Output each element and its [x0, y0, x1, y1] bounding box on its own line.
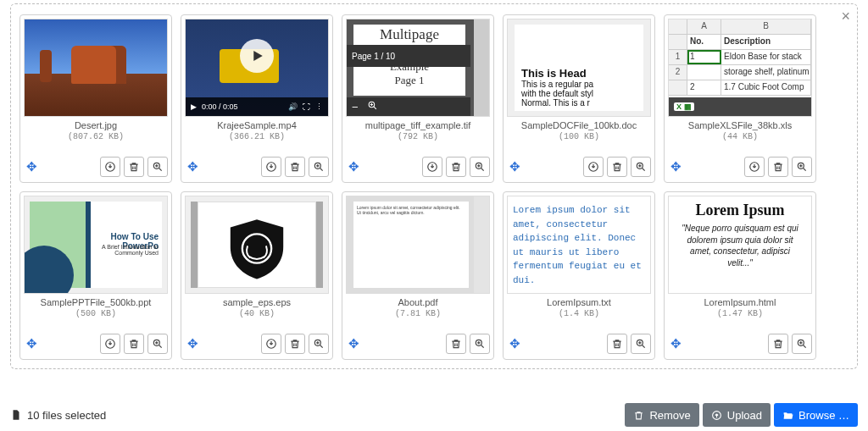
drag-handle-icon[interactable]: ✥ — [346, 159, 361, 174]
file-card: This is Head This is a regular pa with t… — [503, 14, 655, 183]
zoom-button[interactable] — [631, 157, 651, 177]
file-card: AB No.Description 11Eldon Base for stack… — [664, 14, 816, 183]
browse-button[interactable]: Browse … — [774, 403, 858, 427]
drag-handle-icon[interactable]: ✥ — [185, 336, 200, 351]
zoom-button[interactable] — [631, 334, 651, 354]
play-small-icon[interactable]: ▶ — [191, 102, 197, 111]
file-size: (792 KB) — [346, 132, 490, 141]
upload-icon — [711, 410, 722, 421]
drag-handle-icon[interactable]: ✥ — [668, 159, 683, 174]
file-card: ▶ 0:00 / 0:05 🔊 ⛶ ⋮ KrajeeSample.mp4 (36… — [181, 14, 333, 183]
play-icon[interactable] — [240, 39, 274, 73]
file-card: Desert.jpg (807.62 KB) ✥ — [19, 14, 172, 183]
remove-button[interactable]: Remove — [625, 403, 698, 427]
drag-handle-icon[interactable]: ✥ — [346, 336, 361, 351]
html-heading: Lorem Ipsum — [677, 202, 803, 219]
drag-handle-icon[interactable]: ✥ — [185, 159, 200, 174]
drag-handle-icon[interactable]: ✥ — [668, 336, 683, 351]
file-card: Lorem ipsum dolor sit amet, consectetur … — [342, 191, 494, 360]
trash-icon — [633, 410, 644, 421]
file-card: Lorem ipsum dolor sit amet, consectetur … — [503, 191, 655, 360]
html-quote: "Neque porro quisquam est qui dolorem ip… — [677, 223, 803, 268]
zoom-button[interactable] — [792, 334, 812, 354]
file-icon — [10, 409, 22, 421]
zoom-button[interactable] — [147, 334, 168, 354]
delete-button[interactable] — [124, 334, 144, 354]
drag-handle-icon[interactable]: ✥ — [24, 336, 39, 351]
video-controls[interactable]: ▶ 0:00 / 0:05 🔊 ⛶ ⋮ — [186, 97, 328, 116]
file-card: Multipage TIFF Example Page 1 Page 1 / 1… — [342, 14, 494, 183]
zoom-button[interactable] — [147, 157, 168, 177]
download-button[interactable] — [100, 334, 120, 354]
more-icon[interactable]: ⋮ — [315, 102, 323, 111]
scrollbar[interactable] — [474, 19, 489, 116]
zoom-button[interactable] — [470, 157, 490, 177]
tiff-text: Multipage — [353, 26, 465, 43]
file-size: (44 KB) — [668, 132, 812, 141]
file-preview-area: × Desert.jpg (807.62 KB) ✥ — [10, 3, 858, 369]
file-name: SamplePPTFile_500kb.ppt — [24, 297, 168, 307]
delete-button[interactable] — [446, 334, 466, 354]
image-preview — [24, 19, 168, 117]
delete-button[interactable] — [124, 157, 144, 177]
fullscreen-icon[interactable]: ⛶ — [303, 102, 310, 111]
file-name: About.pdf — [346, 297, 490, 307]
close-icon[interactable]: × — [841, 8, 850, 25]
drag-handle-icon[interactable]: ✥ — [507, 336, 522, 351]
file-name: SampleXLSFile_38kb.xls — [668, 120, 812, 130]
drag-handle-icon[interactable]: ✥ — [24, 159, 39, 174]
zoom-out-icon[interactable]: − — [352, 101, 359, 113]
delete-button[interactable] — [285, 157, 305, 177]
volume-icon[interactable]: 🔊 — [288, 102, 298, 111]
download-button[interactable] — [583, 157, 604, 177]
scrollbar[interactable] — [474, 196, 489, 293]
download-button[interactable] — [261, 334, 281, 354]
drag-handle-icon[interactable]: ✥ — [507, 159, 522, 174]
file-size: (807.62 KB) — [24, 132, 168, 141]
file-card: Lorem Ipsum "Neque porro quisquam est qu… — [664, 191, 816, 360]
file-name: KrajeeSample.mp4 — [185, 120, 329, 130]
file-size: (100 KB) — [507, 132, 651, 141]
eps-preview — [185, 196, 329, 294]
download-button[interactable] — [422, 157, 442, 177]
delete-button[interactable] — [446, 157, 466, 177]
pdf-preview: Lorem ipsum dolor sit amet, consectetur … — [346, 196, 490, 294]
tiff-preview[interactable]: Multipage TIFF Example Page 1 Page 1 / 1… — [346, 19, 490, 117]
zoom-in-icon[interactable] — [367, 100, 378, 113]
ppt-subtitle: A Brief Introduction to Commonly Used — [96, 244, 159, 256]
file-card: sample_eps.eps (40 KB) ✥ — [181, 191, 333, 360]
zoom-button[interactable] — [309, 157, 329, 177]
delete-button[interactable] — [768, 157, 788, 177]
folder-open-icon — [782, 410, 793, 421]
download-button[interactable] — [744, 157, 765, 177]
video-preview[interactable]: ▶ 0:00 / 0:05 🔊 ⛶ ⋮ — [185, 19, 329, 117]
excel-icon: X ▦ — [674, 102, 694, 111]
file-name: Desert.jpg — [24, 120, 168, 130]
video-time: 0:00 / 0:05 — [202, 102, 238, 111]
upload-button[interactable]: Upload — [703, 403, 771, 427]
download-button[interactable] — [261, 157, 281, 177]
zoom-button[interactable] — [309, 334, 329, 354]
file-name: LoremIpsum.txt — [507, 297, 651, 307]
file-name: SampleDOCFile_100kb.doc — [507, 120, 651, 130]
delete-button[interactable] — [607, 334, 627, 354]
download-button[interactable] — [100, 157, 120, 177]
file-size: (500 KB) — [24, 309, 168, 318]
delete-button[interactable] — [285, 334, 305, 354]
file-size: (1.4 KB) — [507, 309, 651, 318]
delete-button[interactable] — [768, 334, 788, 354]
doc-preview: This is Head This is a regular pa with t… — [507, 19, 651, 117]
txt-preview: Lorem ipsum dolor sit amet, consectetur … — [507, 196, 651, 294]
ppt-preview: How To Use PowerPo A Brief Introduction … — [24, 196, 168, 294]
file-size: (366.21 KB) — [185, 132, 329, 141]
doc-heading: This is Head — [521, 67, 587, 80]
delete-button[interactable] — [607, 157, 627, 177]
tiff-page-bar: Page 1 / 10 — [347, 45, 470, 67]
tiff-text: Page 1 — [353, 74, 465, 87]
html-preview: Lorem Ipsum "Neque porro quisquam est qu… — [668, 196, 812, 294]
xls-preview: AB No.Description 11Eldon Base for stack… — [668, 19, 812, 117]
pdf-page: Lorem ipsum dolor sit amet, consectetur … — [353, 202, 469, 288]
zoom-button[interactable] — [470, 334, 490, 354]
file-card: How To Use PowerPo A Brief Introduction … — [19, 191, 172, 360]
zoom-button[interactable] — [792, 157, 812, 177]
